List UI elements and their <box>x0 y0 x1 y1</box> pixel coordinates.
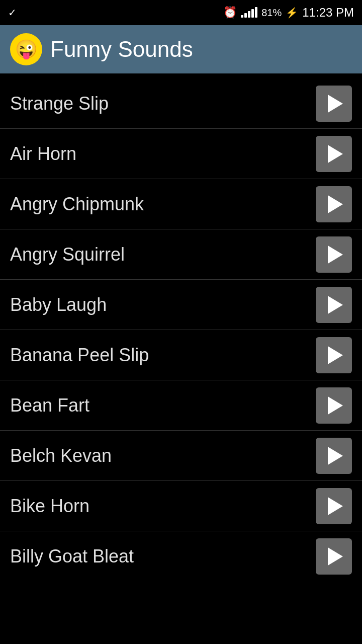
list-item: Strange Slip <box>0 78 362 129</box>
status-right: ⏰ 81% ⚡ 11:23 PM <box>223 6 354 20</box>
sound-name: Air Horn <box>10 143 76 165</box>
list-item: Billy Goat Bleat <box>0 531 362 582</box>
list-item: Angry Squirrel <box>0 229 362 280</box>
play-icon <box>328 195 343 213</box>
play-button[interactable] <box>316 186 352 222</box>
signal-bar-5 <box>255 7 257 18</box>
play-button[interactable] <box>316 136 352 172</box>
list-item: Banana Peel Slip <box>0 330 362 380</box>
signal-bars <box>241 8 257 18</box>
play-icon <box>328 547 343 566</box>
app-header: 😜 Funny Sounds <box>0 25 362 73</box>
play-button[interactable] <box>316 337 352 373</box>
emoji-icon: 😜 <box>15 39 38 60</box>
play-icon <box>328 296 343 314</box>
sound-name: Bean Fart <box>10 395 89 416</box>
play-icon <box>328 145 343 163</box>
battery-text: 81% <box>261 7 282 19</box>
play-button[interactable] <box>316 86 352 122</box>
list-item: Baby Laugh <box>0 280 362 330</box>
sound-name: Billy Goat Bleat <box>10 546 134 567</box>
app-title: Funny Sounds <box>50 37 193 62</box>
list-item: Bean Fart <box>0 380 362 431</box>
sound-name: Angry Squirrel <box>10 244 125 265</box>
clock: 11:23 PM <box>302 6 354 20</box>
list-item: Angry Chipmunk <box>0 179 362 229</box>
play-icon <box>328 396 343 415</box>
app-icon: 😜 <box>10 33 42 65</box>
play-button[interactable] <box>316 438 352 474</box>
status-bar: ✓ ⏰ 81% ⚡ 11:23 PM <box>0 0 362 25</box>
play-icon <box>328 346 343 364</box>
alarm-icon: ⏰ <box>223 6 237 19</box>
play-button[interactable] <box>316 538 352 575</box>
signal-bar-4 <box>251 9 254 18</box>
play-icon <box>328 497 343 515</box>
play-button[interactable] <box>316 236 352 273</box>
signal-bar-3 <box>248 11 250 18</box>
play-icon <box>328 447 343 465</box>
sound-name: Angry Chipmunk <box>10 194 144 215</box>
play-icon <box>328 95 343 113</box>
signal-bar-1 <box>241 15 243 18</box>
sound-list: Strange SlipAir HornAngry ChipmunkAngry … <box>0 73 362 582</box>
play-button[interactable] <box>316 387 352 424</box>
list-item: Bike Horn <box>0 481 362 531</box>
play-button[interactable] <box>316 488 352 524</box>
signal-bar-2 <box>244 13 247 18</box>
status-left: ✓ <box>8 7 17 19</box>
sound-name: Bike Horn <box>10 496 89 517</box>
sound-name: Baby Laugh <box>10 294 107 315</box>
sound-name: Banana Peel Slip <box>10 345 149 366</box>
play-button[interactable] <box>316 287 352 323</box>
play-icon <box>328 246 343 264</box>
sound-name: Strange Slip <box>10 93 109 114</box>
usb-icon: ✓ <box>8 7 17 19</box>
sound-name: Belch Kevan <box>10 445 112 466</box>
list-item: Belch Kevan <box>0 431 362 481</box>
list-item: Air Horn <box>0 129 362 179</box>
battery-icon: ⚡ <box>286 7 298 19</box>
